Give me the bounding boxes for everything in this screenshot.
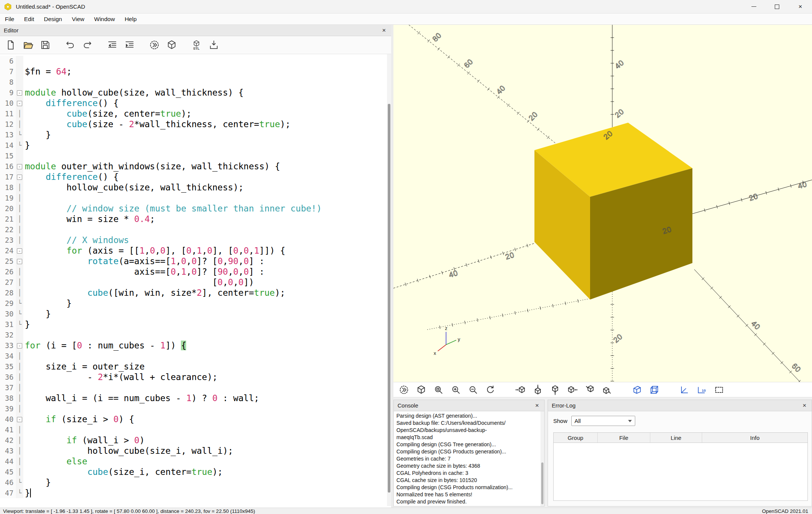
code-line[interactable]: 24- for (axis = [[1,0,0], [0,1,0], [0,0,… bbox=[0, 245, 387, 256]
code-line[interactable]: 29└ } bbox=[0, 298, 387, 309]
view-right-button[interactable] bbox=[515, 384, 527, 396]
render-button-viewport[interactable] bbox=[415, 384, 427, 396]
code-line[interactable]: 25- rotate(a=axis==[1,0,0]? [0,90,0] : bbox=[0, 256, 387, 266]
error-log-titlebar[interactable]: Error-Log × bbox=[548, 400, 812, 411]
code-line[interactable]: 19│ bbox=[0, 193, 387, 203]
menu-help[interactable]: Help bbox=[120, 14, 141, 25]
code-line[interactable]: 21│ win = size * 0.4; bbox=[0, 214, 387, 224]
preview-button-viewport[interactable] bbox=[398, 384, 410, 396]
code-line[interactable]: 26│ axis==[0,1,0]? [90,0,0] : bbox=[0, 266, 387, 277]
console-output[interactable]: Parsing design (AST generation)...Saved … bbox=[394, 411, 540, 506]
maximize-button[interactable] bbox=[765, 0, 789, 14]
code-line[interactable]: 10- difference() { bbox=[0, 98, 387, 108]
menu-file[interactable]: File bbox=[0, 14, 19, 25]
fold-marker[interactable]: - bbox=[16, 340, 23, 351]
show-scale-markers-button[interactable]: 10 bbox=[696, 384, 708, 396]
code-line[interactable]: 30└ } bbox=[0, 309, 387, 319]
indent-button[interactable] bbox=[122, 38, 137, 53]
code-line[interactable]: 15 bbox=[0, 151, 387, 161]
fold-marker[interactable]: - bbox=[16, 161, 23, 172]
console-close-button[interactable]: × bbox=[534, 401, 540, 409]
new-file-button[interactable] bbox=[3, 38, 18, 53]
code-line[interactable]: 45│ cube(size_i, center=true); bbox=[0, 467, 387, 477]
zoom-out-button[interactable] bbox=[467, 384, 479, 396]
editor-close-button[interactable]: × bbox=[381, 26, 387, 34]
code-line[interactable]: 34│ bbox=[0, 351, 387, 361]
view-all-button[interactable] bbox=[433, 384, 445, 396]
editor-scrollbar[interactable] bbox=[387, 54, 391, 506]
code-area[interactable]: 67$fn = 64;89-module hollow_cube(size, w… bbox=[0, 54, 387, 506]
error-filter-select[interactable]: All bbox=[571, 416, 635, 426]
save-button[interactable] bbox=[38, 38, 53, 53]
code-line[interactable]: 28│ cube([win, win, size*2], center=true… bbox=[0, 287, 387, 298]
code-line[interactable]: 42│ if (wall_i > 0) bbox=[0, 435, 387, 446]
perspective-button[interactable] bbox=[631, 384, 643, 396]
view-back-button[interactable] bbox=[601, 384, 613, 396]
code-line[interactable]: 39│ bbox=[0, 403, 387, 414]
fold-marker[interactable]: - bbox=[16, 87, 23, 98]
code-line[interactable]: 18│ hollow_cube(size, wall_thickness); bbox=[0, 182, 387, 193]
code-line[interactable]: 14└} bbox=[0, 140, 387, 151]
render-button[interactable] bbox=[164, 38, 179, 53]
code-line[interactable]: 6 bbox=[0, 56, 387, 66]
fold-marker[interactable]: - bbox=[16, 245, 23, 256]
view-top-button[interactable] bbox=[532, 384, 544, 396]
unindent-button[interactable] bbox=[105, 38, 120, 53]
menu-edit[interactable]: Edit bbox=[19, 14, 39, 25]
view-front-button[interactable] bbox=[584, 384, 596, 396]
code-line[interactable]: 16-module outer_with_windows(size, wall_… bbox=[0, 161, 387, 172]
code-line[interactable]: 31└} bbox=[0, 319, 387, 330]
zoom-in-button[interactable] bbox=[450, 384, 462, 396]
fold-marker[interactable]: - bbox=[16, 98, 23, 108]
code-line[interactable]: 47└} bbox=[0, 488, 387, 498]
code-line[interactable]: 35│ size_i = outer_size bbox=[0, 361, 387, 372]
reset-view-button[interactable] bbox=[484, 384, 496, 396]
undo-button[interactable] bbox=[62, 38, 77, 53]
code-line[interactable]: 17- difference() { bbox=[0, 172, 387, 182]
code-line[interactable]: 33-for (i = [0 : num_cubes - 1]) { bbox=[0, 340, 387, 351]
code-line[interactable]: 37│ bbox=[0, 382, 387, 393]
code-line[interactable]: 13└ } bbox=[0, 129, 387, 140]
error-column-info[interactable]: Info bbox=[702, 433, 807, 443]
view-left-button[interactable] bbox=[566, 384, 578, 396]
preview-button[interactable] bbox=[147, 38, 162, 53]
console-scrollbar-thumb[interactable] bbox=[541, 462, 543, 504]
error-column-line[interactable]: Line bbox=[650, 433, 702, 443]
error-log-close-button[interactable]: × bbox=[801, 401, 808, 409]
error-column-file[interactable]: File bbox=[598, 433, 650, 443]
code-line[interactable]: 11│ cube(size, center=true); bbox=[0, 108, 387, 119]
redo-button[interactable] bbox=[80, 38, 95, 53]
viewport-svg[interactable]: 402080604020402020404060202020 z y x bbox=[393, 25, 812, 382]
code-line[interactable]: 36│ - 2*i*(wall + clearance); bbox=[0, 372, 387, 382]
code-line[interactable]: 12│ cube(size - 2*wall_thickness, center… bbox=[0, 119, 387, 129]
fold-marker[interactable]: - bbox=[16, 256, 23, 266]
error-table-body[interactable] bbox=[554, 443, 807, 500]
fold-marker[interactable]: - bbox=[16, 172, 23, 182]
menu-design[interactable]: Design bbox=[39, 14, 67, 25]
code-line[interactable]: 27│ [0,0,0]) bbox=[0, 277, 387, 287]
close-button[interactable]: × bbox=[789, 0, 812, 14]
error-column-group[interactable]: Group bbox=[554, 433, 598, 443]
menu-window[interactable]: Window bbox=[89, 14, 120, 25]
export-stl-button[interactable]: STL bbox=[189, 38, 204, 53]
orthogonal-button[interactable] bbox=[648, 384, 660, 396]
code-line[interactable]: 44│ else bbox=[0, 456, 387, 467]
fold-marker[interactable]: - bbox=[16, 414, 23, 424]
code-line[interactable]: 40- if (size_i > 0) { bbox=[0, 414, 387, 424]
open-file-button[interactable] bbox=[20, 38, 35, 53]
code-line[interactable]: 8 bbox=[0, 77, 387, 87]
code-line[interactable]: 43│ hollow_cube(size_i, wall_i); bbox=[0, 446, 387, 456]
code-line[interactable]: 7$fn = 64; bbox=[0, 66, 387, 77]
menu-view[interactable]: View bbox=[67, 14, 89, 25]
code-line[interactable]: 38│ wall_i = (i == num_cubes - 1) ? 0 : … bbox=[0, 393, 387, 403]
code-line[interactable]: 23│ // X windows bbox=[0, 235, 387, 245]
console-scrollbar[interactable] bbox=[540, 411, 544, 506]
code-line[interactable]: 20│ // window size (must be smaller than… bbox=[0, 203, 387, 214]
code-line[interactable]: 22│ bbox=[0, 224, 387, 235]
code-line[interactable]: 41│ bbox=[0, 424, 387, 435]
console-titlebar[interactable]: Console × bbox=[394, 400, 544, 411]
minimize-button[interactable] bbox=[742, 0, 765, 14]
export-button[interactable] bbox=[206, 38, 221, 53]
show-axes-button[interactable] bbox=[678, 384, 691, 396]
view-crosshair-button[interactable] bbox=[713, 384, 725, 396]
